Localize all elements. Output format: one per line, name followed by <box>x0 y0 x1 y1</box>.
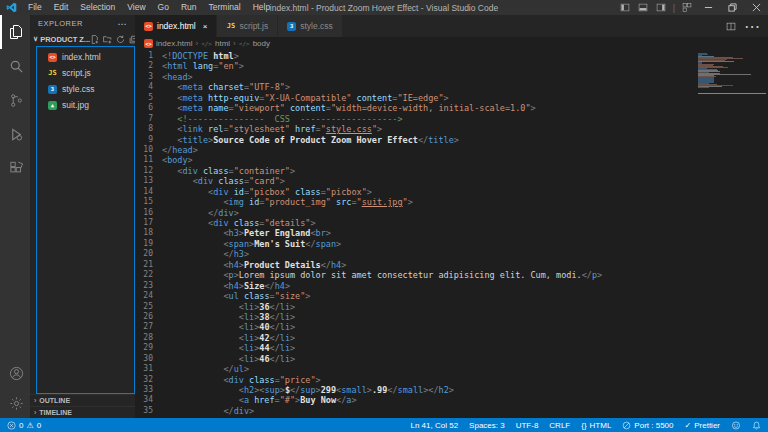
code-line[interactable]: 33 <h2><sup>$</sup>299<small>.99</small>… <box>135 385 696 395</box>
file-item-script.js[interactable]: JSscript.js <box>37 65 134 81</box>
code-line[interactable]: 2<html lang="en"> <box>135 61 696 71</box>
code-line[interactable]: 21 <h4>Product Details</h4> <box>135 260 696 270</box>
code-line[interactable]: 28 <li>42</li> <box>135 333 696 343</box>
code-line[interactable]: 5 <meta http-equiv="X-UA-Compatible" con… <box>135 93 696 103</box>
refresh-icon[interactable] <box>116 35 125 44</box>
code-line[interactable]: 18 <h3>Peter England<br> <box>135 228 696 238</box>
status-feedback[interactable] <box>731 421 741 430</box>
outline-section[interactable]: › OUTLINE <box>30 394 135 406</box>
timeline-section[interactable]: › TIMELINE <box>30 406 135 418</box>
file-item-index.html[interactable]: <>index.html <box>37 49 134 65</box>
menu-item-view[interactable]: View <box>121 0 151 15</box>
close-tab-icon[interactable]: × <box>203 22 208 31</box>
code-line[interactable]: 6 <meta name="viewport" content="width=d… <box>135 103 696 113</box>
close-window-button[interactable] <box>744 0 768 15</box>
code-line[interactable]: 31 </ul> <box>135 364 696 374</box>
status-language-mode[interactable]: {}HTML <box>581 421 611 430</box>
manage-icon[interactable] <box>0 388 30 418</box>
code-line[interactable]: 15 <img id="product_img" src="suit.jpg"> <box>135 197 696 207</box>
status-notifications[interactable] <box>752 421 761 430</box>
code-line[interactable]: 26 <li>38</li> <box>135 312 696 322</box>
new-folder-icon[interactable] <box>103 35 112 44</box>
code-line[interactable]: 30 <li>46</li> <box>135 354 696 364</box>
code-line[interactable]: 27 <li>40</li> <box>135 322 696 332</box>
tab-label: index.html <box>157 21 196 31</box>
code-line[interactable]: 12 <div class="container"> <box>135 166 696 176</box>
code-line[interactable]: 4 <meta charset="UTF-8"> <box>135 82 696 92</box>
code-line[interactable]: 3<head> <box>135 72 696 82</box>
status-encoding[interactable]: UTF-8 <box>516 421 539 430</box>
workspace-folder-header[interactable]: ∨ PRODUCT Z... <box>30 32 135 46</box>
status-live-server-port[interactable]: Port : 5500 <box>622 421 673 430</box>
line-number: 31 <box>135 364 162 374</box>
code-line[interactable]: 23 <h4>Size</h4> <box>135 281 696 291</box>
breadcrumb-item-html[interactable]: html <box>215 39 230 48</box>
tab-index.html[interactable]: <>index.html× <box>135 15 217 37</box>
line-content: <link rel="stylesheet" href="style.css"> <box>162 124 382 134</box>
tab-style.css[interactable]: 3style.css <box>278 15 343 37</box>
code-line[interactable]: 19 <span>Men's Suit</span> <box>135 239 696 249</box>
toggle-sidebar-icon[interactable] <box>620 3 630 12</box>
status-prettier[interactable]: ✓Prettier <box>685 421 721 430</box>
file-item-suit.jpg[interactable]: ▲suit.jpg <box>37 97 134 113</box>
extensions-icon[interactable] <box>0 151 30 185</box>
code-line[interactable]: 11<body> <box>135 155 696 165</box>
code-line[interactable]: 9 <title>Source Code of Product Zoom Hov… <box>135 135 696 145</box>
more-actions-icon[interactable]: ⋯ <box>744 17 760 36</box>
timeline-label: TIMELINE <box>39 409 72 416</box>
toggle-secondary-sidebar-icon[interactable] <box>656 3 666 12</box>
status-cursor-position[interactable]: Ln 41, Col 52 <box>411 421 459 430</box>
breadcrumb-item-index.html[interactable]: index.html <box>156 39 192 48</box>
menu-item-file[interactable]: File <box>22 0 48 15</box>
code-line[interactable]: 13 <div class="card"> <box>135 176 696 186</box>
menu-item-terminal[interactable]: Terminal <box>203 0 247 15</box>
menu-item-edit[interactable]: Edit <box>48 0 75 15</box>
line-content: <h4>Size</h4> <box>162 281 290 291</box>
code-line[interactable]: 25 <li>36</li> <box>135 302 696 312</box>
code-line[interactable]: 1<!DOCTYPE html> <box>135 51 696 61</box>
code-line[interactable]: 7 <!--------------- CSS ----------------… <box>135 114 696 124</box>
problems-status[interactable]: 0 ⚠ 0 <box>7 421 41 430</box>
new-file-icon[interactable] <box>90 35 99 44</box>
restore-button[interactable] <box>720 0 744 15</box>
code-line[interactable]: 16 </div> <box>135 208 696 218</box>
menu-item-go[interactable]: Go <box>152 0 175 15</box>
source-control-icon[interactable] <box>0 83 30 117</box>
minimap-line <box>698 61 734 62</box>
menu-item-run[interactable]: Run <box>175 0 203 15</box>
line-content: <!--------------- CSS ------------------… <box>162 114 403 124</box>
breadcrumb-item-body[interactable]: body <box>253 39 270 48</box>
menu-item-selection[interactable]: Selection <box>74 0 121 15</box>
accounts-icon[interactable] <box>0 358 30 388</box>
code-line[interactable]: 10</head> <box>135 145 696 155</box>
code-line[interactable]: 35 </div> <box>135 406 696 416</box>
status-indentation[interactable]: Spaces: 3 <box>469 421 505 430</box>
line-number: 14 <box>135 187 162 197</box>
line-content: <li>40</li> <box>162 322 295 332</box>
code-line[interactable]: 20 </h3> <box>135 249 696 259</box>
line-content: <li>46</li> <box>162 354 295 364</box>
code-line[interactable]: 14 <div id="picbox" class="picbox"> <box>135 187 696 197</box>
code-editor[interactable]: 1<!DOCTYPE html>2<html lang="en">3<head>… <box>135 50 696 418</box>
explorer-more-actions-icon[interactable]: ⋯ <box>118 19 128 29</box>
split-editor-icon[interactable] <box>726 22 736 31</box>
code-line[interactable]: 29 <li>44</li> <box>135 343 696 353</box>
minimize-button[interactable] <box>696 0 720 15</box>
status-eol[interactable]: CRLF <box>549 421 570 430</box>
line-content: </head> <box>162 145 198 155</box>
code-line[interactable]: 22 <p>Lorem ipsum dolor sit amet consect… <box>135 270 696 280</box>
code-line[interactable]: 32 <div class="price"> <box>135 375 696 385</box>
tag-file-icon: </> <box>201 40 212 47</box>
run-and-debug-icon[interactable] <box>0 117 30 151</box>
search-icon[interactable] <box>0 49 30 83</box>
tab-script.js[interactable]: JSscript.js <box>217 15 278 37</box>
minimap[interactable] <box>696 50 768 418</box>
toggle-panel-icon[interactable] <box>638 3 648 12</box>
explorer-icon[interactable] <box>0 15 30 49</box>
file-item-style.css[interactable]: 3style.css <box>37 81 134 97</box>
customize-layout-icon[interactable] <box>682 3 692 12</box>
code-line[interactable]: 34 <a href="#">Buy Now</a> <box>135 395 696 405</box>
code-line[interactable]: 24 <ul class="size"> <box>135 291 696 301</box>
code-line[interactable]: 8 <link rel="stylesheet" href="style.css… <box>135 124 696 134</box>
code-line[interactable]: 17 <div class="details"> <box>135 218 696 228</box>
